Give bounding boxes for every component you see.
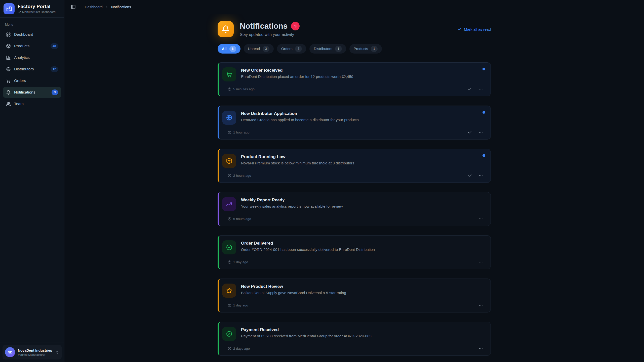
app-root: Factory Portal Manufacturer Dashboard Me… — [0, 0, 644, 362]
sidebar-item-dashboard[interactable]: Dashboard — [3, 29, 61, 40]
notification-icon-tile — [222, 284, 236, 298]
page-title: Notifications — [240, 22, 288, 31]
check-icon — [458, 27, 462, 31]
content-area: Notifications 3 Stay updated with your a… — [64, 14, 644, 362]
notification-actions — [477, 302, 485, 308]
sidebar-item-orders[interactable]: Orders — [3, 75, 61, 86]
mark-all-read-button[interactable]: Mark all as read — [458, 27, 491, 31]
sidebar-item-label: Products — [14, 44, 29, 48]
sidebar-item-badge: 12 — [51, 66, 58, 72]
notification-title: Weekly Report Ready — [241, 197, 343, 203]
notification-card[interactable]: New Distributor Application DentMed Croa… — [218, 106, 491, 140]
filter-tab-label: Unread — [248, 47, 260, 51]
filter-tab-count: 1 — [371, 46, 378, 52]
sidebar-item-label: Orders — [14, 78, 26, 83]
ellipsis-icon — [479, 87, 483, 91]
dashboard-icon — [6, 32, 11, 37]
menu-group-label: Menu — [3, 20, 61, 29]
notification-title: New Distributor Application — [241, 111, 359, 116]
page-subtitle: Stay updated with your activity — [240, 32, 300, 37]
more-options-button[interactable] — [477, 215, 485, 222]
mark-read-button[interactable] — [466, 129, 473, 135]
notification-timestamp: 2 hours ago — [228, 174, 251, 177]
user-menu-button[interactable]: ND NovaDent Industries Verified Manufact… — [3, 345, 62, 359]
breadcrumb-dashboard-link[interactable]: Dashboard — [85, 5, 103, 9]
clock-icon — [228, 130, 231, 134]
notification-texts: Weekly Report Ready Your weekly sales an… — [241, 197, 343, 211]
clock-icon — [228, 347, 231, 350]
filter-tab-products[interactable]: Products 1 — [349, 44, 382, 54]
filter-tab-count: 8 — [229, 46, 236, 52]
notification-texts: Payment Received Payment of €3,200 recei… — [241, 327, 372, 341]
more-options-button[interactable] — [477, 172, 485, 179]
bell-icon — [6, 90, 11, 95]
clock-icon — [228, 260, 231, 264]
mark-read-button[interactable] — [466, 86, 473, 92]
notification-texts: New Distributor Application DentMed Croa… — [241, 111, 359, 125]
filter-tab-all[interactable]: All 8 — [218, 44, 240, 54]
unread-dot — [482, 154, 485, 157]
notification-description: Payment of €3,200 received from MedDenta… — [241, 334, 372, 338]
sidebar-item-analytics[interactable]: Analytics — [3, 52, 61, 63]
user-texts: NovaDent Industries Verified Manufacture… — [18, 348, 52, 356]
filter-tab-orders[interactable]: Orders 3 — [277, 44, 306, 54]
notification-timestamp: 5 minutes ago — [228, 87, 255, 91]
clock-icon — [228, 87, 231, 91]
more-options-button[interactable] — [477, 302, 485, 308]
sidebar-item-notifications[interactable]: Notifications 3 — [3, 87, 61, 98]
notification-card[interactable]: New Order Received EuroDent Distribution… — [218, 62, 491, 96]
mark-read-button[interactable] — [466, 172, 473, 179]
mark-all-read-label: Mark all as read — [464, 27, 491, 31]
breadcrumb: Dashboard Notifications — [85, 5, 131, 9]
more-options-button[interactable] — [477, 259, 485, 265]
ellipsis-icon — [479, 130, 483, 134]
ellipsis-icon — [479, 173, 483, 178]
sidebar-item-badge: 3 — [52, 89, 58, 95]
notification-card[interactable]: Weekly Report Ready Your weekly sales an… — [218, 192, 491, 226]
ellipsis-icon — [479, 346, 483, 351]
sidebar-item-label: Distributors — [14, 67, 34, 71]
notification-actions — [466, 129, 485, 135]
filter-tab-count: 3 — [295, 46, 302, 52]
globe-icon — [226, 114, 232, 121]
sidebar-item-team[interactable]: Team — [3, 98, 61, 109]
filter-tab-label: Orders — [281, 47, 292, 51]
filter-tab-unread[interactable]: Unread 3 — [244, 44, 274, 54]
notification-title: New Order Received — [241, 67, 353, 73]
factory-logo-icon — [4, 3, 15, 14]
more-options-button[interactable] — [477, 86, 485, 92]
filter-tab-distributors[interactable]: Distributors 1 — [309, 44, 346, 54]
notification-card[interactable]: Product Running Low NovaFil Premium stoc… — [218, 149, 491, 183]
filter-tab-label: All — [222, 47, 227, 51]
topbar-divider — [81, 4, 81, 10]
notification-description: Balkan Dental Supply gave NovaBond Unive… — [241, 291, 346, 295]
sidebar-footer: ND NovaDent Industries Verified Manufact… — [0, 342, 64, 362]
notification-title: New Product Review — [241, 284, 346, 289]
clock-icon — [228, 217, 231, 221]
notification-card[interactable]: New Product Review Balkan Dental Supply … — [218, 279, 491, 312]
more-options-button[interactable] — [477, 345, 485, 352]
sidebar-item-products[interactable]: Products 48 — [3, 40, 61, 52]
sidebar-items: Dashboard Products 48 Analytics Distribu… — [3, 29, 61, 109]
notification-texts: Order Delivered Order #ORD-2024-001 has … — [241, 240, 375, 254]
check-icon — [468, 173, 472, 178]
unread-dot — [482, 111, 485, 114]
clock-icon — [228, 174, 231, 177]
sidebar-toggle-button[interactable] — [69, 3, 77, 11]
notification-texts: New Product Review Balkan Dental Supply … — [241, 284, 346, 298]
check-circle-icon — [226, 244, 232, 251]
notification-title: Order Delivered — [241, 240, 375, 246]
page-header-texts: Notifications 3 Stay updated with your a… — [240, 22, 300, 37]
sidebar-item-distributors[interactable]: Distributors 12 — [3, 64, 61, 75]
ellipsis-icon — [479, 303, 483, 307]
notification-card[interactable]: Order Delivered Order #ORD-2024-001 has … — [218, 235, 491, 269]
notification-texts: Product Running Low NovaFil Premium stoc… — [241, 154, 354, 168]
filter-tab-count: 1 — [335, 46, 342, 52]
more-options-button[interactable] — [477, 129, 485, 135]
check-icon — [468, 87, 472, 91]
user-role: Verified Manufacturer — [18, 353, 52, 356]
notification-icon-tile — [222, 197, 236, 211]
notification-card[interactable]: Payment Received Payment of €3,200 recei… — [218, 322, 491, 356]
notification-actions — [466, 172, 485, 179]
notification-timestamp: 5 hours ago — [228, 217, 251, 221]
